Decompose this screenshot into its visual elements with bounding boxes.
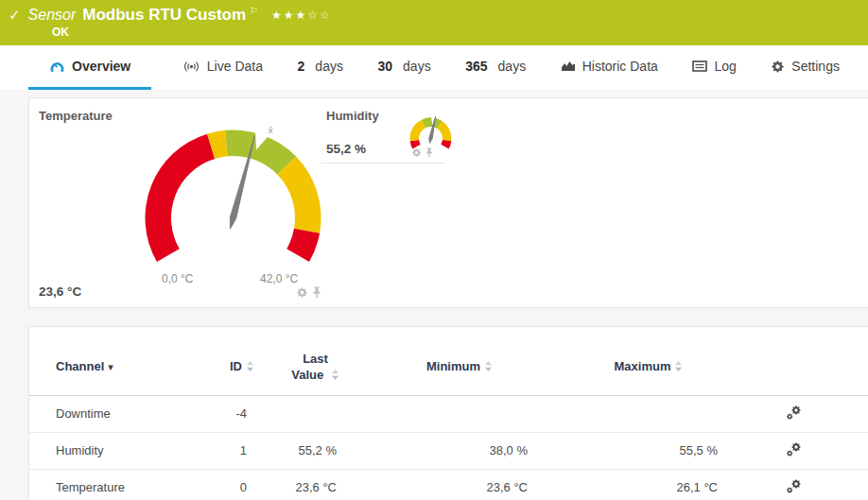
channel-minimum [365,395,554,432]
humidity-gauge-title: Humidity [326,109,379,123]
flag-icon[interactable]: ⚐ [250,6,258,16]
settings-gear-icon [771,60,785,74]
sort-icon [246,360,254,372]
column-header-minimum[interactable]: Minimum [365,327,554,395]
sensor-kind-label: Sensor [28,7,77,24]
sort-icon [484,360,493,372]
sensor-title: Modbus RTU Custom [82,6,246,25]
historic-data-icon [561,60,576,72]
humidity-current-value: 55,2 % [326,142,366,156]
channel-name: Downtime [29,395,218,432]
channel-table-panel: Channel▾ ID Last Value Minimum Maximum [28,326,868,500]
table-row-humidity: Humidity 1 55,2 % 38,0 % 55,5 % [29,432,868,469]
temperature-gauge-title: Temperature [39,109,113,123]
channel-id: 1 [218,432,266,469]
channel-settings-icon[interactable] [786,478,803,494]
temperature-gauge: x̄ [133,126,334,267]
humidity-pin-icon[interactable] [425,147,434,158]
tab-bar: Overview Live Data 2 days 30 days 365 da… [0,45,868,90]
channel-last-value [266,395,365,432]
channel-maximum: 26,1 °C [554,469,743,500]
status-badge: OK [52,26,868,39]
star-rating[interactable]: ★★★☆☆ [271,9,332,22]
column-header-id[interactable]: ID [218,327,266,395]
channel-last-value: 23,6 °C [266,469,365,500]
svg-text:x̄: x̄ [268,126,273,135]
tab-log[interactable]: Log [688,45,739,90]
column-header-channel[interactable]: Channel▾ [29,327,218,395]
temperature-current-value: 23,6 °C [39,284,81,299]
channel-maximum: 55,5 % [554,432,743,469]
temperature-pin-icon[interactable] [311,286,322,299]
column-header-last-value[interactable]: Last Value [266,327,365,395]
channel-id: -4 [218,395,266,432]
tab-365-days[interactable]: 365 days [461,45,529,90]
channel-settings-icon[interactable] [786,441,803,457]
sort-icon [674,360,683,372]
channel-maximum [554,395,743,432]
humidity-tile-divider [321,163,445,164]
tab-live-data[interactable]: Live Data [179,45,267,90]
channel-table: Channel▾ ID Last Value Minimum Maximum [29,327,868,500]
channel-name: Temperature [29,469,218,500]
channel-name: Humidity [29,432,218,469]
column-header-actions [743,327,868,395]
gauges-panel: Temperature x̄ 0,0 °C 42,0 °C 23,6 °C Hu… [28,97,868,308]
sort-icon [331,369,339,381]
temperature-scale-min: 0,0 °C [162,272,193,285]
log-icon [692,60,707,72]
channel-minimum: 38,0 % [365,432,554,469]
tab-historic-data[interactable]: Historic Data [557,45,662,90]
temperature-scale-max: 42,0 °C [260,272,298,285]
humidity-gauge-settings-icon[interactable] [411,147,422,158]
channel-last-value: 55,2 % [266,432,365,469]
status-check-icon: ✓ [9,7,21,24]
sensor-header: ✓ Sensor Modbus RTU Custom ⚐ ★★★☆☆ OK [0,0,868,45]
chevron-down-icon: ▾ [108,361,113,372]
tab-2-days[interactable]: 2 days [294,45,347,90]
temperature-gauge-settings-icon[interactable] [296,286,308,299]
tab-30-days[interactable]: 30 days [373,45,434,90]
tab-overview[interactable]: Overview [28,45,151,90]
table-row-downtime: Downtime -4 [29,395,868,432]
gauge-icon [49,60,65,74]
live-data-icon [182,60,200,73]
tab-settings[interactable]: Settings [767,45,843,90]
column-header-maximum[interactable]: Maximum [554,327,743,395]
channel-table-header-row: Channel▾ ID Last Value Minimum Maximum [29,327,868,395]
channel-id: 0 [218,469,266,500]
channel-settings-icon[interactable] [786,405,803,421]
channel-minimum: 23,6 °C [365,469,554,500]
table-row-temperature: Temperature 0 23,6 °C 23,6 °C 26,1 °C [29,469,868,500]
